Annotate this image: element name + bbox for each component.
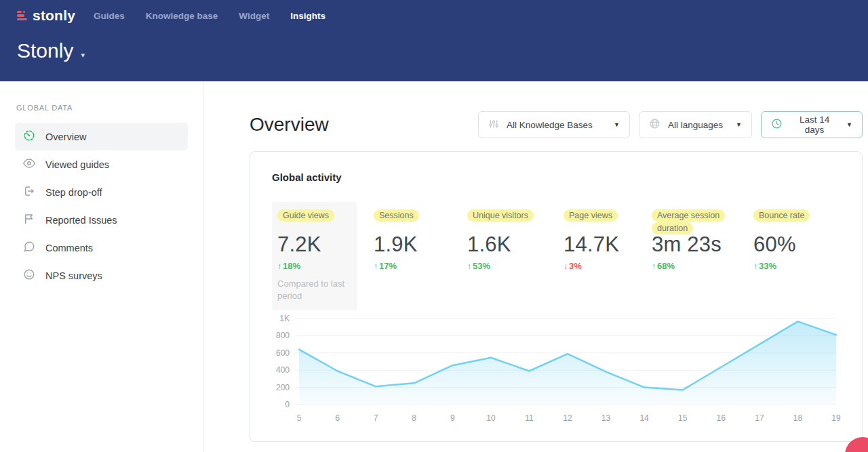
svg-text:7: 7 (374, 413, 378, 423)
arrow-up-icon: ↑ (467, 262, 471, 271)
metric-label: Sessions (374, 209, 419, 222)
smiley-icon (23, 268, 35, 283)
arrow-down-icon: ↓ (564, 262, 568, 271)
svg-text:16: 16 (717, 413, 726, 423)
chevron-down-icon: ▼ (736, 121, 742, 128)
filters-bar: All Knowledge Bases ▼ All languages ▼ (478, 111, 863, 138)
sliders-icon (488, 119, 499, 131)
svg-text:5: 5 (297, 413, 302, 423)
svg-text:10: 10 (486, 413, 496, 423)
nav-item-guides[interactable]: Guides (94, 11, 125, 21)
sidebar-item-label: Overview (45, 131, 86, 142)
primary-nav: Guides Knowledge base Widget Insights (94, 11, 326, 21)
svg-text:8: 8 (412, 413, 416, 423)
stonly-logo-icon (17, 11, 28, 20)
sidebar-item-label: NPS surveys (45, 270, 102, 281)
chevron-down-icon: ▼ (614, 121, 620, 128)
arrow-up-icon: ↑ (277, 262, 281, 271)
card-title: Global activity (272, 171, 342, 183)
metric-tile-guide-views[interactable]: Guide views 7.2K ↑18% Compared to last p… (272, 202, 357, 310)
svg-text:14: 14 (639, 413, 649, 423)
svg-text:400: 400 (276, 365, 290, 375)
arrow-up-icon: ↑ (374, 262, 378, 271)
sidebar-item-label: Comments (45, 243, 93, 253)
sidebar-item-label: Reported Issues (45, 215, 117, 226)
clock-icon (771, 118, 783, 131)
svg-text:1K: 1K (279, 314, 290, 323)
date-range-filter-dropdown[interactable]: Last 14 days ▼ (761, 111, 863, 138)
metric-value: 1.9K (374, 232, 467, 257)
metric-delta: ↑53% (467, 261, 564, 271)
metric-label: Guide views (277, 209, 334, 222)
arrow-up-icon: ↑ (753, 262, 757, 271)
metric-delta: ↑33% (753, 261, 842, 271)
comment-icon (23, 241, 35, 255)
globe-icon (649, 118, 660, 131)
metric-tile-avg-session-duration[interactable]: Average session duration 3m 23s ↑68% (652, 202, 753, 310)
sidebar: GLOBAL DATA Overview Viewed guides (0, 81, 203, 452)
eye-icon (23, 157, 35, 171)
global-activity-chart: 02004006008001K5678910111213141516171819 (269, 310, 845, 432)
top-navbar: stonly Guides Knowledge base Widget Insi… (0, 0, 868, 81)
metric-tile-unique-visitors[interactable]: Unique visitors 1.6K ↑53% (467, 202, 564, 310)
sidebar-item-viewed-guides[interactable]: Viewed guides (15, 150, 188, 178)
metrics-row: Guide views 7.2K ↑18% Compared to last p… (272, 202, 842, 310)
svg-text:15: 15 (678, 413, 688, 423)
svg-text:800: 800 (276, 331, 290, 340)
sidebar-section-label: GLOBAL DATA (16, 104, 203, 112)
metric-delta: ↓3% (564, 261, 652, 271)
svg-text:9: 9 (450, 413, 455, 423)
metric-delta: ↑68% (652, 261, 753, 271)
workspace-name: Stonly (17, 39, 73, 62)
metric-label: Unique visitors (467, 209, 534, 222)
metric-tile-sessions[interactable]: Sessions 1.9K ↑17% (374, 202, 467, 310)
sidebar-item-comments[interactable]: Comments (15, 234, 188, 262)
activity-chart-area: 02004006008001K5678910111213141516171819 (269, 310, 845, 432)
metric-note: Compared to last period (277, 278, 351, 302)
step-exit-icon (23, 185, 35, 199)
nav-item-knowledge-base[interactable]: Knowledge base (146, 11, 218, 21)
metric-label: Bounce rate (753, 209, 810, 222)
sidebar-item-nps-surveys[interactable]: NPS surveys (15, 262, 188, 289)
gauge-icon (23, 129, 35, 144)
page-title: Overview (250, 114, 329, 136)
metric-value: 14.7K (564, 232, 652, 257)
language-filter-value: All languages (668, 120, 723, 130)
metric-value: 3m 23s (652, 232, 753, 257)
sidebar-item-step-drop-off[interactable]: Step drop-off (15, 178, 188, 206)
language-filter-dropdown[interactable]: All languages ▼ (639, 111, 752, 138)
date-range-filter-value: Last 14 days (790, 115, 839, 135)
sidebar-item-label: Step drop-off (45, 187, 102, 198)
metric-value: 7.2K (277, 232, 351, 257)
stonly-logo-text: stonly (33, 7, 75, 24)
svg-text:12: 12 (563, 413, 572, 423)
svg-text:13: 13 (601, 413, 611, 423)
stonly-logo[interactable]: stonly (17, 7, 75, 24)
metric-delta: ↑18% (277, 261, 351, 271)
metric-tile-bounce-rate[interactable]: Bounce rate 60% ↑33% (753, 202, 842, 310)
metric-label: Average session duration (652, 209, 725, 234)
svg-text:17: 17 (755, 413, 764, 423)
nav-item-widget[interactable]: Widget (239, 11, 269, 21)
svg-text:11: 11 (525, 413, 534, 423)
chevron-down-icon: ▾ (81, 51, 85, 60)
svg-text:19: 19 (831, 413, 841, 423)
flag-icon (23, 213, 35, 227)
metric-value: 60% (753, 232, 842, 257)
sidebar-item-label: Viewed guides (45, 159, 109, 170)
svg-text:18: 18 (793, 413, 803, 423)
svg-text:6: 6 (335, 413, 340, 423)
global-activity-card: Global activity Guide views 7.2K ↑18% Co… (250, 151, 863, 442)
main-content: Overview All Knowledge Bases ▼ (203, 81, 868, 452)
sidebar-item-overview[interactable]: Overview (15, 123, 188, 150)
sidebar-item-reported-issues[interactable]: Reported Issues (15, 206, 188, 234)
metric-value: 1.6K (467, 232, 564, 257)
nav-item-insights[interactable]: Insights (290, 11, 326, 21)
metric-tile-page-views[interactable]: Page views 14.7K ↓3% (564, 202, 652, 310)
svg-text:600: 600 (276, 348, 290, 358)
knowledge-base-filter-dropdown[interactable]: All Knowledge Bases ▼ (478, 111, 630, 138)
metric-label: Page views (564, 209, 618, 222)
svg-text:200: 200 (276, 383, 290, 392)
workspace-selector[interactable]: Stonly ▾ (17, 39, 85, 62)
svg-text:0: 0 (285, 400, 290, 409)
